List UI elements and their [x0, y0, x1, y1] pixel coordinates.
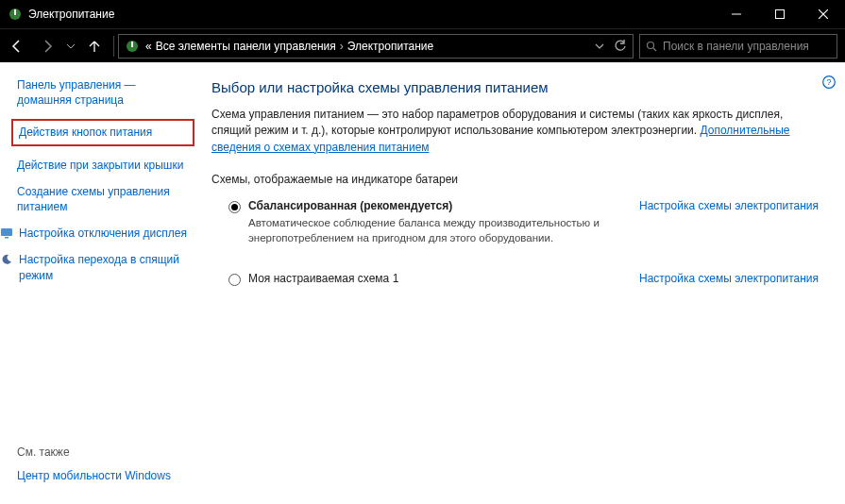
- plan-name: Сбалансированная (рекомендуется): [248, 199, 628, 212]
- minimize-button[interactable]: [715, 0, 758, 28]
- svg-line-9: [653, 48, 656, 51]
- breadcrumb-item[interactable]: Электропитание: [347, 40, 433, 53]
- svg-rect-12: [1, 228, 12, 236]
- page-description: Схема управления питанием — это набор па…: [211, 107, 819, 156]
- back-button[interactable]: [4, 33, 30, 59]
- plan-name: Моя настраиваемая схема 1: [248, 272, 628, 285]
- power-icon: [125, 39, 140, 54]
- power-plan-custom[interactable]: Моя настраиваемая схема 1 Настройка схем…: [228, 272, 819, 286]
- sidebar-item-sleep[interactable]: Настройка перехода в спящий режим: [19, 252, 193, 282]
- recent-dropdown[interactable]: [64, 33, 77, 59]
- sidebar-home-link[interactable]: Панель управления — домашняя страница: [17, 77, 193, 108]
- radio-unselected[interactable]: [228, 274, 241, 286]
- plan-settings-link[interactable]: Настройка схемы электропитания: [639, 272, 819, 285]
- plan-description: Автоматическое соблюдение баланса между …: [248, 215, 617, 245]
- sleep-icon: [0, 253, 13, 266]
- sidebar-item-lid-close[interactable]: Действие при закрытии крышки: [17, 158, 193, 173]
- toolbar: « Все элементы панели управления › Элект…: [0, 28, 845, 62]
- forward-button[interactable]: [34, 33, 60, 59]
- svg-rect-13: [5, 237, 8, 239]
- plans-section-title: Схемы, отображаемые на индикаторе батаре…: [211, 173, 819, 186]
- svg-rect-3: [776, 10, 785, 19]
- refresh-button[interactable]: [614, 40, 627, 53]
- app-icon: [8, 7, 23, 22]
- help-icon[interactable]: ?: [822, 76, 836, 89]
- svg-rect-7: [131, 42, 133, 47]
- toolbar-separator: [113, 36, 114, 57]
- breadcrumb-prefix: «: [145, 40, 152, 53]
- main-panel: Выбор или настройка схемы управления пит…: [202, 62, 845, 504]
- seealso-mobility-center[interactable]: Центр мобильности Windows: [17, 468, 193, 483]
- sidebar-item-create-plan[interactable]: Создание схемы управления питанием: [17, 184, 193, 214]
- close-button[interactable]: [802, 0, 845, 28]
- maximize-button[interactable]: [758, 0, 802, 28]
- sidebar-item-display-off[interactable]: Настройка отключения дисплея: [19, 226, 187, 241]
- power-plan-balanced[interactable]: Сбалансированная (рекомендуется) Автомат…: [228, 199, 819, 245]
- breadcrumb-dropdown[interactable]: [595, 42, 604, 51]
- sidebar-item-power-buttons[interactable]: Действия кнопок питания: [19, 125, 187, 140]
- search-placeholder: Поиск в панели управления: [663, 40, 809, 53]
- search-icon: [646, 41, 657, 52]
- address-bar[interactable]: « Все элементы панели управления › Элект…: [118, 34, 634, 59]
- chevron-right-icon: ›: [340, 40, 344, 53]
- up-button[interactable]: [81, 33, 108, 59]
- search-box[interactable]: Поиск в панели управления: [639, 34, 837, 59]
- svg-rect-1: [14, 9, 16, 15]
- sidebar: Панель управления — домашняя страница Де…: [0, 62, 202, 504]
- page-heading: Выбор или настройка схемы управления пит…: [211, 79, 819, 95]
- radio-selected[interactable]: [228, 201, 241, 213]
- window-title: Электропитание: [28, 8, 715, 21]
- svg-point-8: [648, 42, 654, 48]
- display-icon: [0, 227, 13, 240]
- svg-text:?: ?: [826, 77, 831, 87]
- plan-settings-link[interactable]: Настройка схемы электропитания: [639, 199, 819, 212]
- titlebar: Электропитание: [0, 0, 845, 28]
- breadcrumb-item[interactable]: Все элементы панели управления: [156, 40, 336, 53]
- seealso-heading: См. также: [17, 445, 193, 459]
- content-area: ? Панель управления — домашняя страница …: [0, 62, 845, 504]
